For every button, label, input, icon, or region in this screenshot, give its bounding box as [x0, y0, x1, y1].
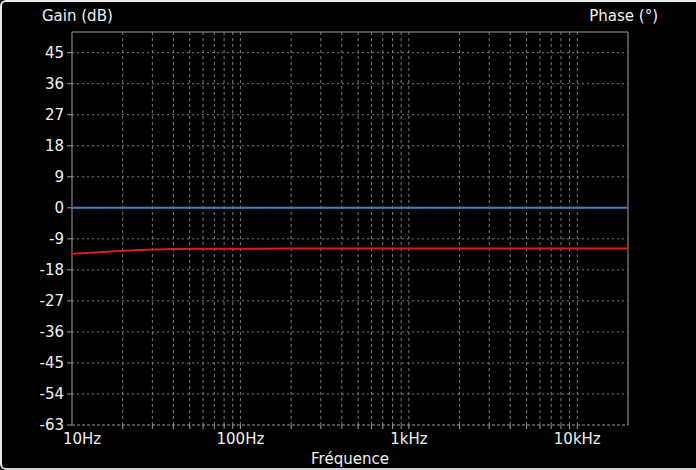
y-tick-label: 0: [54, 199, 64, 217]
y-tick-label: 36: [45, 75, 64, 93]
y-tick-label: 9: [54, 168, 64, 186]
y-tick-label: -18: [40, 261, 65, 279]
y-tick-label: -27: [40, 292, 65, 310]
y-tick-label: 18: [45, 137, 64, 155]
gain-curve: [72, 248, 628, 253]
x-tick-label: 10kHz: [554, 430, 601, 448]
y-tick-label: -45: [40, 354, 65, 372]
y-tick-label: -36: [40, 323, 65, 341]
y-tick-label: 27: [45, 106, 64, 124]
x-tick-label: 100Hz: [217, 430, 265, 448]
plot-border: [72, 32, 628, 425]
y-tick-label: 45: [45, 44, 64, 62]
y-tick-label: -54: [40, 385, 65, 403]
bode-plot: 4536271890-9-18-27-36-45-54-6310Hz100Hz1…: [2, 2, 696, 470]
y-tick-label: -9: [49, 230, 64, 248]
y-tick-label: -63: [40, 416, 65, 434]
filter-response-window: Gain (dB) Phase (°) Fréquence 4536271890…: [0, 0, 696, 470]
x-tick-label: 1kHz: [390, 430, 428, 448]
x-tick-label: 10Hz: [63, 430, 101, 448]
